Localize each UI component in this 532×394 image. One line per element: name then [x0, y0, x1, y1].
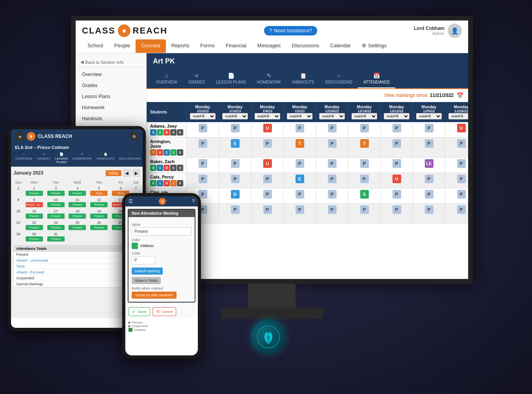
att-cell[interactable]: P	[316, 173, 348, 188]
phone-value-input[interactable]	[132, 227, 192, 236]
autofill-9[interactable]: AutoFill	[448, 113, 468, 119]
show-in-totals-btn[interactable]: Show in Totals	[132, 277, 161, 284]
att-cell[interactable]: P	[284, 204, 316, 224]
cal-day[interactable]: 25Present	[67, 220, 88, 231]
tab-discussions[interactable]: ○ DISCUSSIONS	[320, 69, 358, 88]
cal-day[interactable]: 22	[13, 220, 23, 231]
tablet-today-btn[interactable]: today	[106, 170, 121, 176]
tablet-back-btn[interactable]: ◀	[15, 132, 24, 141]
cal-day[interactable]: 9Absent - Ex...	[23, 197, 45, 208]
tablet-nav-grades[interactable]: ≡GRADES	[35, 151, 52, 165]
att-cell[interactable]: P	[413, 122, 445, 138]
tablet-nav-overview[interactable]: ⌂OVERVIEW	[13, 151, 34, 165]
cal-day[interactable]: 3Present	[45, 186, 67, 197]
cal-day[interactable]: 12Present	[88, 197, 110, 208]
att-cell[interactable]: P	[381, 188, 413, 204]
cal-day[interactable]: 5Tardy	[88, 186, 110, 197]
att-cell[interactable]: E	[219, 138, 251, 158]
att-cell[interactable]: P	[316, 138, 348, 158]
att-cell[interactable]: U	[381, 173, 413, 188]
att-cell[interactable]: P	[445, 138, 469, 158]
cal-day[interactable]: 31Present	[45, 231, 67, 243]
cal-day[interactable]: 24Present	[45, 220, 67, 231]
att-cell[interactable]: P	[445, 158, 469, 173]
tab-overview[interactable]: ⌂ OVERVIEW	[151, 69, 183, 88]
autofill-3[interactable]: AutoFill	[255, 113, 280, 119]
cal-day[interactable]: 29	[13, 231, 23, 243]
att-cell[interactable]: P	[219, 173, 251, 188]
tablet-settings-btn[interactable]: ⚙	[129, 132, 139, 141]
att-cell[interactable]: P	[381, 122, 413, 138]
tablet-next-btn[interactable]: ▶	[132, 169, 140, 177]
att-cell[interactable]: P	[445, 173, 469, 188]
cal-day[interactable]: 2Present	[23, 186, 45, 197]
cal-day[interactable]: 4Present	[67, 186, 88, 197]
att-cell[interactable]: P	[381, 138, 413, 158]
cal-day[interactable]: 23Present	[23, 220, 45, 231]
autofill-5[interactable]: AutoFill	[319, 113, 345, 119]
att-cell[interactable]: D	[219, 188, 251, 204]
att-cell[interactable]: P	[348, 173, 381, 188]
cal-day[interactable]: 15	[13, 208, 23, 220]
phone-code-input[interactable]	[132, 256, 155, 264]
nav-item-forms[interactable]: Forms	[195, 39, 220, 53]
att-cell[interactable]: P	[413, 173, 445, 188]
att-cell[interactable]: P	[284, 188, 316, 204]
sidebar-back-btn[interactable]: ◀ Back to Section Info	[76, 57, 146, 67]
nav-item-messages[interactable]: Messages	[252, 39, 286, 53]
default-marking-btn[interactable]: Default Marking	[132, 268, 163, 275]
tab-grades[interactable]: ≡ GRADES	[183, 69, 210, 88]
att-cell[interactable]: P	[219, 122, 251, 138]
att-cell[interactable]: P	[413, 138, 445, 158]
att-cell[interactable]: P	[284, 122, 316, 138]
tab-attendance[interactable]: 📅 ATTENDANCE	[358, 69, 395, 88]
cal-day[interactable]: 17Present	[45, 208, 67, 220]
nav-item-financial[interactable]: Financial	[220, 39, 252, 53]
tablet-nav-lesson-plans[interactable]: 📄LESSON PLANS	[53, 151, 70, 165]
att-cell[interactable]: P	[284, 158, 316, 173]
autofill-1[interactable]: AutoFill	[190, 113, 216, 119]
tablet-prev-btn[interactable]: ◀	[123, 169, 131, 177]
tablet-nav-discussions[interactable]: ○DISCUSSIONS	[117, 151, 143, 165]
sidebar-lesson-plans[interactable]: Lesson Plans	[76, 91, 146, 102]
att-cell[interactable]: P	[251, 173, 284, 188]
nav-item-reports[interactable]: Reports	[166, 39, 195, 53]
calendar-icon[interactable]: 📅	[457, 92, 463, 98]
att-cell[interactable]: P	[251, 188, 284, 204]
att-cell[interactable]: P	[348, 158, 381, 173]
nav-item-calendar[interactable]: Calendar	[325, 39, 357, 53]
nav-item-school[interactable]: School	[82, 39, 109, 53]
att-cell[interactable]: P	[445, 188, 469, 204]
att-cell[interactable]: P	[413, 204, 445, 224]
nav-item-courses[interactable]: Courses	[136, 39, 166, 53]
sidebar-grades[interactable]: Grades	[76, 80, 146, 91]
att-cell[interactable]: P	[219, 204, 251, 224]
att-cell[interactable]: P	[187, 138, 219, 158]
phone-save-btn[interactable]: ✓ Save!	[128, 307, 150, 316]
tab-handouts[interactable]: 📋 HANDOUTS	[286, 69, 320, 88]
tab-homework[interactable]: ✎ HOMEWORK	[251, 69, 286, 88]
tab-lesson-plans[interactable]: 📄 LESSON PLANS	[210, 69, 251, 88]
att-cell[interactable]: P	[187, 173, 219, 188]
att-cell[interactable]: P	[348, 122, 381, 138]
cal-day[interactable]: 19Present	[88, 208, 110, 220]
att-cell[interactable]: E	[284, 173, 316, 188]
att-cell[interactable]: P	[187, 158, 219, 173]
att-cell[interactable]: U	[251, 122, 284, 138]
att-cell[interactable]: P	[316, 158, 348, 173]
att-cell[interactable]: P	[413, 188, 445, 204]
att-cell[interactable]: P	[381, 158, 413, 173]
att-cell[interactable]: U	[445, 122, 469, 138]
cal-day[interactable]: 16Present	[23, 208, 45, 220]
nav-item-people[interactable]: People	[109, 39, 136, 53]
att-cell[interactable]: P	[445, 204, 469, 224]
autofill-6[interactable]: AutoFill	[352, 113, 377, 119]
autofill-2[interactable]: AutoFill	[222, 113, 248, 119]
nav-item-discussions[interactable]: Discussions	[286, 39, 324, 53]
sidebar-homework[interactable]: Homework	[76, 102, 146, 113]
cal-day[interactable]: 10Present	[45, 197, 67, 208]
tablet-nav-handouts[interactable]: 📋HANDOUTS	[95, 151, 116, 165]
cal-day[interactable]: 8	[13, 197, 23, 208]
att-cell[interactable]: LE	[413, 158, 445, 173]
att-cell[interactable]: T	[348, 138, 381, 158]
